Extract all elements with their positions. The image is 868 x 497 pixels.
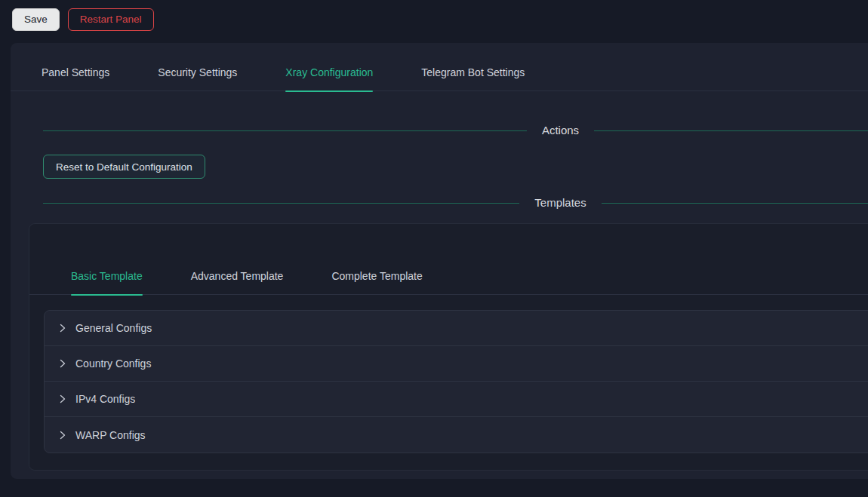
tab-advanced-template[interactable]: Advanced Template (191, 257, 284, 295)
actions-divider-label: Actions (527, 121, 594, 140)
tab-panel-settings[interactable]: Panel Settings (42, 54, 109, 91)
collapse-row-general-configs[interactable]: General Configs (45, 311, 868, 346)
divider-line (594, 130, 868, 131)
topbar: Save Restart Panel (0, 0, 868, 39)
collapse-row-warp-configs[interactable]: WARP Configs (45, 417, 868, 453)
save-button[interactable]: Save (12, 8, 60, 31)
templates-divider: Templates (43, 194, 868, 212)
collapse-row-ipv4-configs[interactable]: IPv4 Configs (45, 382, 868, 417)
collapse-row-label: General Configs (75, 322, 152, 334)
collapse-row-label: WARP Configs (75, 429, 146, 441)
configs-collapse: General Configs Country Configs IPv4 Con… (44, 310, 868, 453)
main-tabs: Panel Settings Security Settings Xray Co… (11, 54, 868, 91)
chevron-right-icon (58, 324, 67, 333)
chevron-right-icon (58, 431, 67, 440)
collapse-row-country-configs[interactable]: Country Configs (45, 346, 868, 382)
chevron-right-icon (58, 394, 67, 403)
tab-xray-configuration[interactable]: Xray Configuration (285, 54, 373, 91)
divider-line (43, 130, 527, 131)
divider-line (602, 203, 868, 204)
actions-divider: Actions (43, 121, 868, 140)
reset-default-config-button[interactable]: Reset to Default Configuration (43, 155, 205, 179)
collapse-row-label: Country Configs (75, 357, 151, 370)
tab-security-settings[interactable]: Security Settings (158, 54, 237, 91)
divider-line (43, 203, 519, 204)
chevron-right-icon (58, 359, 67, 368)
restart-panel-button[interactable]: Restart Panel (68, 8, 154, 31)
tab-complete-template[interactable]: Complete Template (331, 257, 422, 295)
template-tabs: Basic Template Advanced Template Complet… (29, 257, 868, 295)
settings-card: Panel Settings Security Settings Xray Co… (11, 43, 868, 479)
collapse-row-label: IPv4 Configs (75, 393, 135, 405)
tab-telegram-bot-settings[interactable]: Telegram Bot Settings (421, 54, 525, 91)
tab-basic-template[interactable]: Basic Template (71, 257, 143, 295)
templates-divider-label: Templates (519, 194, 601, 212)
templates-card: Basic Template Advanced Template Complet… (29, 223, 868, 471)
